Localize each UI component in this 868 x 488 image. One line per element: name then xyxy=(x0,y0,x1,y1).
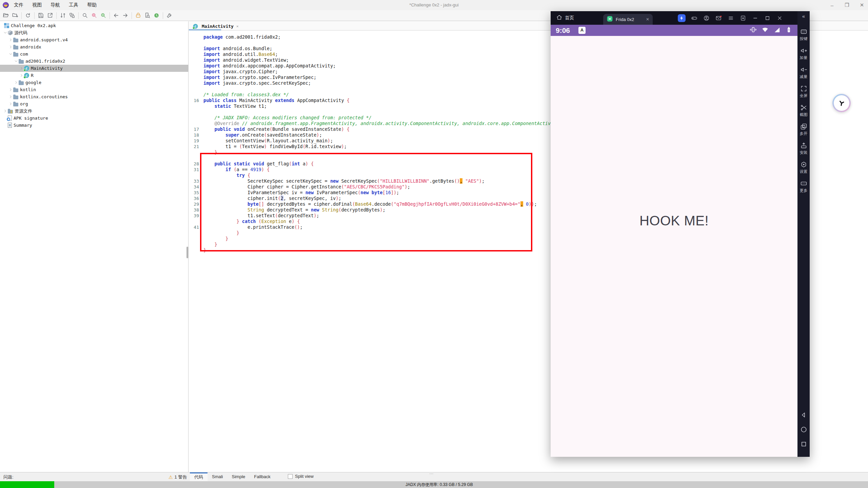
sidebar-label: 截图 xyxy=(800,112,808,117)
view-tab-Smali[interactable]: Smali xyxy=(208,472,228,481)
line-number xyxy=(189,247,201,253)
project-tree[interactable]: Challenge 0x2.apk源代码android.support.v4an… xyxy=(0,21,189,472)
boost-icon[interactable] xyxy=(678,14,686,22)
chevron-closed-icon[interactable] xyxy=(14,80,19,85)
open-file-icon[interactable] xyxy=(1,11,11,20)
menu-item-帮助[interactable]: 帮助 xyxy=(83,1,100,9)
chevron-closed-icon[interactable] xyxy=(8,87,13,92)
tree-item-kotlinx-coroutines[interactable]: kotlinx.coroutines xyxy=(0,93,188,100)
tree-item-org[interactable]: org xyxy=(0,100,188,107)
chevron-closed-icon[interactable] xyxy=(8,37,13,42)
warning-status[interactable]: ⚠ 1 警告 xyxy=(169,474,187,480)
sidebar-keypad[interactable]: 按键 xyxy=(797,28,810,41)
tree-item-label: kotlin xyxy=(20,87,36,92)
sidebar-fullscreen[interactable]: 全屏 xyxy=(797,85,810,98)
sidebar-settings[interactable]: 设置 xyxy=(797,161,810,174)
preferences-icon[interactable] xyxy=(165,11,174,20)
menu-lines-icon[interactable] xyxy=(727,15,734,22)
split-view-checkbox[interactable] xyxy=(288,474,293,479)
battery-icon xyxy=(785,26,793,35)
open-project-icon[interactable] xyxy=(11,11,20,20)
forward-icon[interactable] xyxy=(121,11,130,20)
recents-nav-icon[interactable] xyxy=(797,440,810,448)
tab-close-icon[interactable]: ✕ xyxy=(236,24,239,28)
menu-item-工具[interactable]: 工具 xyxy=(65,1,82,9)
deobfuscation-icon[interactable] xyxy=(134,11,143,20)
sidebar-volume-up[interactable]: 加量 xyxy=(797,47,810,60)
menu-item-文件[interactable]: 文件 xyxy=(10,1,27,9)
tree-item-android-support-v4[interactable]: android.support.v4 xyxy=(0,36,188,43)
chevron-open-icon[interactable] xyxy=(3,30,8,35)
sidebar-label: 安装 xyxy=(800,150,808,155)
sidebar-volume-down[interactable]: 减量 xyxy=(797,66,810,79)
tab-close-icon[interactable]: ✕ xyxy=(646,17,649,22)
line-number: 36 xyxy=(189,196,201,201)
tree-item-challenge-0x2-apk[interactable]: Challenge 0x2.apk xyxy=(0,22,188,29)
mail-icon[interactable] xyxy=(715,15,722,22)
emulator-tab-label: Frida 0x2 xyxy=(616,17,643,22)
chevron-closed-icon[interactable] xyxy=(8,101,13,106)
log-icon[interactable] xyxy=(152,11,161,20)
panel-grip[interactable]: ⋯ xyxy=(429,471,434,476)
menu-item-视图[interactable]: 视图 xyxy=(28,1,45,9)
close-icon[interactable]: ✕ xyxy=(859,2,865,8)
back-icon[interactable] xyxy=(112,11,121,20)
menu-item-导航[interactable]: 导航 xyxy=(47,1,64,9)
line-number xyxy=(189,230,201,236)
split-view-toggle[interactable]: Split view xyxy=(288,474,314,479)
back-nav-icon[interactable] xyxy=(797,411,810,419)
tree-item-kotlin[interactable]: kotlin xyxy=(0,86,188,93)
win-min-icon[interactable] xyxy=(752,15,759,22)
tree-item-summary[interactable]: Summary xyxy=(0,122,188,129)
emulator-app-tab[interactable]: Frida 0x2 ✕ xyxy=(603,14,653,25)
floating-ball[interactable] xyxy=(832,94,851,112)
chevron-open-icon[interactable] xyxy=(14,59,19,64)
view-tab-Simple[interactable]: Simple xyxy=(228,472,250,481)
search-comment-icon[interactable] xyxy=(99,11,108,20)
sidebar-more[interactable]: 更多 xyxy=(797,180,810,193)
minimize-icon[interactable]: – xyxy=(829,2,835,8)
tree-item--[interactable]: 源代码 xyxy=(0,29,188,36)
emulator-home-tab[interactable]: 首页 xyxy=(556,11,574,25)
sidebar-screenshot[interactable]: 截图 xyxy=(797,104,810,117)
flatten-icon[interactable] xyxy=(58,11,67,20)
reload-icon[interactable] xyxy=(23,11,33,20)
emulator-screen[interactable]: HOOK ME! xyxy=(551,36,797,457)
chevron-closed-icon[interactable] xyxy=(8,94,13,99)
line-number xyxy=(189,80,201,86)
chevron-closed-icon[interactable] xyxy=(8,44,13,49)
win-close-icon[interactable] xyxy=(776,15,783,22)
search-text-icon[interactable] xyxy=(80,11,90,20)
tree-item-ad2001-frida0x2[interactable]: ad2001.frida0x2 xyxy=(0,58,188,65)
gamepad-icon[interactable] xyxy=(691,15,698,22)
folder-icon xyxy=(13,53,18,57)
win-max-icon[interactable] xyxy=(764,15,771,22)
code-text: import android.os.Bundle; xyxy=(201,46,272,52)
tree-item-google[interactable]: google xyxy=(0,79,188,86)
tree-item-mainactivity[interactable]: MainActivity xyxy=(0,65,188,72)
user-icon[interactable] xyxy=(703,15,710,22)
line-number: 34 xyxy=(189,184,201,190)
save-all-icon[interactable] xyxy=(36,11,45,20)
sync-icon[interactable] xyxy=(67,11,77,20)
home-nav-icon[interactable] xyxy=(797,426,810,433)
splitter-thumb[interactable] xyxy=(186,247,188,258)
export-icon[interactable] xyxy=(45,11,55,20)
chevron-closed-icon[interactable] xyxy=(3,108,8,114)
tree-item--[interactable]: 资源文件 xyxy=(0,107,188,115)
quark-icon[interactable] xyxy=(143,11,152,20)
tree-item-r[interactable]: R xyxy=(0,72,188,79)
search-class-icon[interactable] xyxy=(90,11,99,20)
chevron-open-icon[interactable] xyxy=(8,52,13,57)
line-number: 35 xyxy=(189,190,201,196)
sidebar-multi-window[interactable]: 多开 xyxy=(797,123,810,136)
tree-item-androidx[interactable]: androidx xyxy=(0,43,188,50)
tree-item-com[interactable]: com xyxy=(0,50,188,58)
maximize-icon[interactable]: ❒ xyxy=(844,2,850,8)
view-tab-代码[interactable]: 代码 xyxy=(190,472,208,481)
view-tab-Fallback[interactable]: Fallback xyxy=(250,472,275,481)
cast-icon[interactable] xyxy=(739,15,747,22)
tree-item-apk-signature[interactable]: APK signature xyxy=(0,115,188,122)
sidebar-install-apk[interactable]: 安装 xyxy=(797,142,810,155)
collapse-sidebar-icon[interactable]: « xyxy=(797,13,810,19)
